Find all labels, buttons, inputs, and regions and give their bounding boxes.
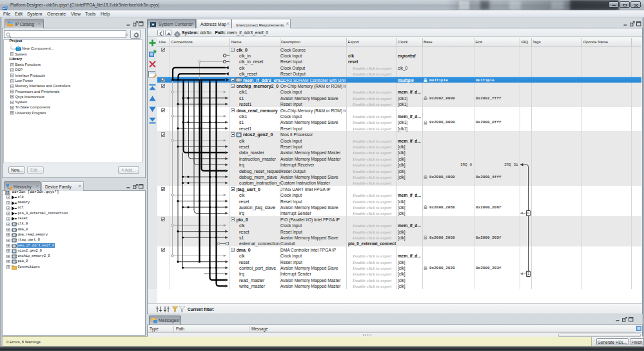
svg-text:0: 0 xyxy=(527,211,529,215)
svg-text:1: 1 xyxy=(527,272,529,276)
